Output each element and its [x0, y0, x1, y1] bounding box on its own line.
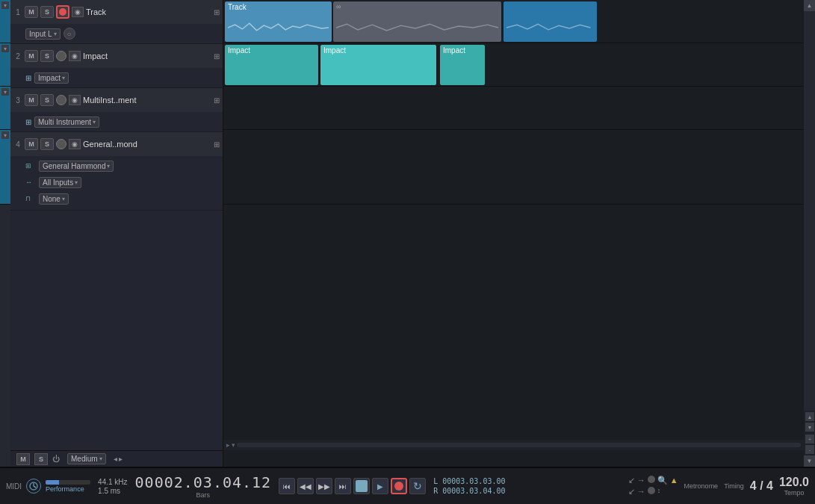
- performance-label: Performance: [46, 485, 90, 493]
- master-s[interactable]: S: [34, 453, 48, 465]
- scroll-zoom-in[interactable]: +: [805, 435, 814, 444]
- stop-icon: [356, 480, 368, 492]
- track-1-monitor[interactable]: [63, 28, 75, 40]
- track-4-solo[interactable]: S: [40, 138, 54, 150]
- track-1-mute[interactable]: M: [25, 6, 38, 18]
- track-3-mute[interactable]: M: [25, 94, 38, 106]
- master-arrow-left[interactable]: ◂: [114, 455, 117, 463]
- clip-1c[interactable]: [503, 1, 597, 42]
- time-sig[interactable]: 4 / 4: [750, 479, 773, 493]
- track-2-solo[interactable]: S: [40, 50, 54, 62]
- main-area: ▾ ▾ ▾ ▾ 1 M S ◉ Track ⊞: [0, 0, 815, 467]
- scroll-down-sm[interactable]: ▼: [805, 423, 814, 432]
- track-3-header: 3 M S ◉ MultiInst..ment ⊞: [10, 88, 223, 112]
- track-1-solo[interactable]: S: [40, 6, 54, 18]
- track-indicator-1: ▾: [0, 0, 10, 43]
- scroll-up-sm[interactable]: ▲: [805, 412, 814, 421]
- btn-fast-forward[interactable]: ▶▶: [316, 478, 332, 494]
- clip-2b[interactable]: Impact: [320, 45, 436, 85]
- master-arrow-right[interactable]: ▸: [119, 455, 123, 463]
- track-3-instrument-dropdown[interactable]: Multi Instrument: [34, 116, 99, 128]
- track-4-instrument-dropdown[interactable]: General Hammond: [39, 161, 114, 172]
- track-4-sub-row-2: ↔ All Inputs: [25, 175, 208, 190]
- track-2-header: 2 M S ◉ Impact ⊞: [10, 44, 223, 68]
- content-rows: Track ∞: [223, 0, 804, 205]
- track-1-header: 1 M S ◉ Track ⊞: [10, 0, 223, 24]
- track-3-solo[interactable]: S: [40, 94, 54, 106]
- clip-1b[interactable]: ∞: [333, 1, 501, 42]
- track-1-input-dropdown[interactable]: Input L: [25, 28, 61, 40]
- track-list-empty: [10, 211, 223, 450]
- arr-right[interactable]: →: [637, 476, 645, 485]
- arr-left2[interactable]: ↙: [628, 487, 635, 497]
- track-1-listen[interactable]: ◉: [72, 7, 84, 17]
- track-num-1: 1: [13, 8, 22, 16]
- scroll-track-vertical[interactable]: [804, 11, 815, 411]
- h-scroll-right[interactable]: ▾: [232, 441, 235, 449]
- search-icon[interactable]: 🔍: [657, 476, 668, 485]
- up-arrow[interactable]: ▲: [670, 476, 678, 485]
- track-2-record-circle[interactable]: [56, 51, 66, 61]
- track-4-listen[interactable]: ◉: [69, 139, 81, 149]
- metro-ctrl[interactable]: ↕: [657, 487, 661, 497]
- h-scrollbar: ▸ ▾: [223, 440, 804, 450]
- btn-play[interactable]: ▶: [372, 478, 388, 494]
- track-3-bars-icon: ⊞: [214, 96, 220, 105]
- output-icon-4: ⊓: [25, 195, 36, 202]
- perf-info: Performance: [46, 480, 90, 493]
- track-4-none-dropdown[interactable]: None: [39, 193, 69, 205]
- metronome-section: Metronome: [684, 482, 719, 490]
- track-4-record-circle[interactable]: [56, 139, 66, 149]
- track-2-mute[interactable]: M: [25, 50, 38, 62]
- track-collapse-1[interactable]: ▾: [1, 1, 9, 9]
- clip-2c-label: Impact: [443, 46, 465, 55]
- metro-dot-2: [648, 487, 655, 494]
- btn-rewind[interactable]: ◀◀: [297, 478, 314, 494]
- clip-1c-waveform: [503, 16, 597, 39]
- track-3-listen[interactable]: ◉: [69, 95, 81, 105]
- arr-right2[interactable]: →: [637, 487, 645, 497]
- content-row-track-3[interactable]: [223, 87, 804, 130]
- track-content: Track ∞: [223, 0, 804, 467]
- clip-1a[interactable]: Track: [225, 1, 332, 42]
- arrow-row-2: ↙ → ↕: [628, 487, 678, 497]
- master-medium-dropdown[interactable]: Medium: [67, 453, 106, 464]
- track-collapse-3[interactable]: ▾: [1, 88, 9, 96]
- perf-icon[interactable]: [26, 479, 41, 494]
- track-4-mute[interactable]: M: [25, 138, 38, 150]
- btn-stop[interactable]: [353, 478, 370, 494]
- track-2-listen[interactable]: ◉: [69, 51, 81, 61]
- h-scroll-track[interactable]: [237, 443, 801, 447]
- content-row-track-4[interactable]: [223, 130, 804, 205]
- scroll-down-arrow[interactable]: ▼: [804, 455, 815, 467]
- tempo-label: Tempo: [784, 489, 804, 497]
- transport-left: MIDI Performance: [6, 479, 90, 494]
- scroll-up-arrow[interactable]: ▲: [804, 0, 815, 11]
- track-4-input-dropdown[interactable]: All Inputs: [39, 177, 81, 188]
- h-scroll-left[interactable]: ▸: [226, 441, 230, 449]
- btn-skip-fwd[interactable]: ⏭: [335, 478, 351, 494]
- arr-left[interactable]: ↙: [628, 476, 635, 485]
- scroll-zoom-out[interactable]: -: [805, 445, 814, 454]
- clip-2a[interactable]: Impact: [225, 45, 318, 85]
- track-2-sub: ⊞ Impact: [10, 68, 223, 87]
- btn-record-transport[interactable]: [391, 478, 407, 494]
- track-3-record-circle[interactable]: [56, 95, 66, 105]
- track-1-name: Track: [86, 7, 210, 16]
- perf-bar: [46, 480, 90, 485]
- master-power[interactable]: ⏻: [52, 455, 63, 463]
- master-m[interactable]: M: [16, 453, 30, 465]
- content-row-track-2[interactable]: Impact Impact Impact: [223, 43, 804, 87]
- tempo-display[interactable]: 120.0: [779, 476, 809, 489]
- performance-section: [26, 479, 41, 494]
- track-1-record[interactable]: [56, 5, 69, 19]
- track-2-instrument-dropdown[interactable]: Impact: [34, 72, 69, 84]
- clip-2c[interactable]: Impact: [440, 45, 485, 85]
- track-4-sub: ⊞ General Hammond ↔ All Inputs ⊓ None: [10, 156, 223, 210]
- arrow-controls: ↙ → 🔍 ▲ ↙ → ↕: [628, 476, 678, 497]
- track-collapse-4[interactable]: ▾: [1, 131, 9, 139]
- btn-skip-back[interactable]: ⏮: [279, 478, 295, 494]
- content-row-track-1[interactable]: Track ∞: [223, 0, 804, 43]
- btn-loop[interactable]: ↻: [409, 478, 426, 494]
- track-collapse-2[interactable]: ▾: [1, 45, 9, 52]
